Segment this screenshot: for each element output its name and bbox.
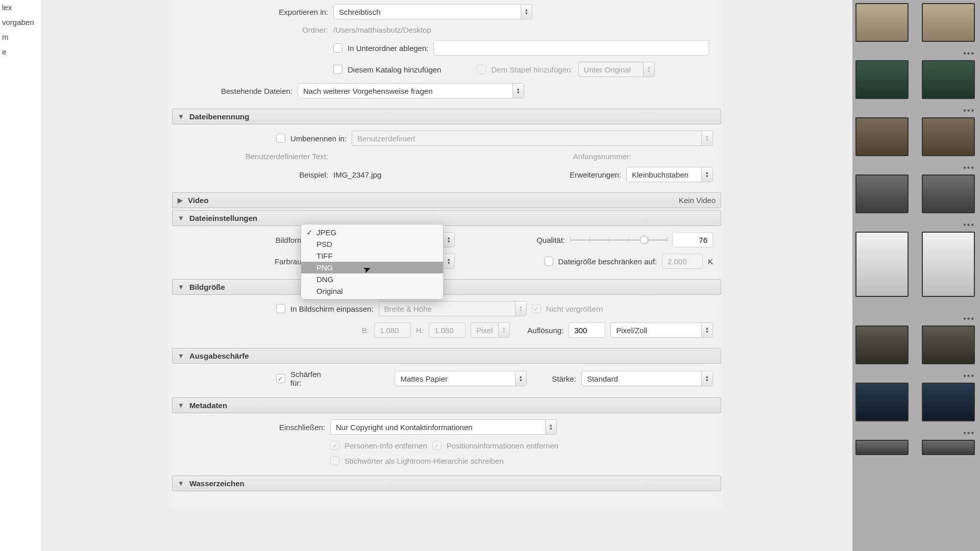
format-option-jpeg[interactable]: JPEG	[301, 227, 443, 238]
sharpen-amount-select[interactable]: Standard▴▾	[581, 371, 713, 386]
thumbnail[interactable]	[855, 383, 909, 421]
section-watermark[interactable]: ▼ Wasserzeichen	[172, 475, 721, 491]
rename-checkbox[interactable]	[276, 134, 285, 143]
existing-files-select[interactable]: Nach weiterer Vorgehensweise fragen▴▾	[298, 83, 524, 98]
add-stack-label: Dem Stapel hinzufügen:	[491, 65, 573, 74]
disclosure-down-icon: ▼	[178, 214, 184, 222]
quality-label: Qualität:	[536, 236, 565, 244]
sharpen-checkbox[interactable]: ✓	[276, 374, 285, 383]
chevron-updown-icon: ▴▾	[512, 84, 524, 98]
add-catalog-checkbox[interactable]	[333, 65, 342, 74]
thumbnail[interactable]	[922, 440, 975, 455]
custom-text-label: Benutzerdefinierter Text:	[180, 152, 328, 161]
more-icon[interactable]: •••	[963, 163, 975, 172]
no-enlarge-label: Nicht vergrößern	[546, 305, 603, 313]
thumbnail[interactable]	[922, 60, 975, 99]
metadata-include-label: Einschließen:	[180, 423, 325, 432]
more-icon[interactable]: •••	[963, 49, 975, 58]
thumbnail[interactable]	[922, 325, 975, 364]
subfolder-checkbox[interactable]	[333, 43, 342, 53]
filmstrip[interactable]: ••• ••• ••• ••• ••• ••• •••	[852, 0, 980, 551]
chevron-updown-icon: ▴▾	[521, 5, 532, 19]
remove-position-checkbox: ✓	[432, 441, 442, 450]
section-video[interactable]: ▶ Video Kein Video	[172, 192, 721, 208]
resize-label: In Bildschirm einpassen:	[290, 305, 374, 313]
chevron-updown-icon: ▴▾	[443, 254, 454, 268]
disclosure-down-icon: ▼	[178, 283, 184, 291]
subfolder-input[interactable]	[433, 40, 709, 56]
metadata-include-select[interactable]: Nur Copyright und Kontaktinformationen▴▾	[330, 419, 557, 435]
chevron-updown-icon: ▴▾	[443, 233, 454, 247]
sidebar-item[interactable]: vorgaben	[0, 15, 41, 30]
section-title: Video	[188, 196, 209, 205]
sharpen-for-select[interactable]: Mattes Papier▴▾	[395, 371, 526, 386]
more-icon[interactable]: •••	[963, 371, 975, 381]
thumbnail[interactable]	[922, 174, 975, 213]
format-option-dng[interactable]: DNG	[301, 273, 443, 285]
section-title: Dateieinstellungen	[189, 214, 257, 222]
more-icon[interactable]: •••	[963, 106, 975, 115]
thumbnail[interactable]	[855, 117, 909, 156]
more-icon[interactable]: •••	[963, 429, 975, 438]
chevron-updown-icon: ▴▾	[515, 371, 526, 386]
section-title: Metadaten	[189, 401, 227, 410]
size-unit-select: Pixel▴▾	[471, 322, 510, 338]
stack-position-select: Unter Original▴▾	[578, 62, 655, 77]
colorspace-label: Farbraum	[180, 257, 308, 266]
format-option-png[interactable]: PNG	[301, 262, 443, 273]
export-to-select[interactable]: Schreibtisch▴▾	[333, 4, 532, 19]
resize-checkbox[interactable]	[276, 304, 285, 313]
section-file-naming[interactable]: ▼ Dateibenennung	[172, 109, 721, 124]
section-metadata[interactable]: ▼ Metadaten	[172, 397, 721, 413]
add-catalog-label: Diesem Katalog hinzufügen	[348, 65, 441, 74]
limit-size-label: Dateigröße beschränken auf:	[558, 257, 657, 266]
thumbnail[interactable]	[855, 440, 909, 455]
chevron-updown-icon: ▴▾	[701, 167, 713, 182]
export-to-label: Exportieren in:	[180, 8, 328, 16]
section-image-sizing[interactable]: ▼ Bildgröße	[172, 279, 721, 295]
quality-input[interactable]	[672, 232, 713, 247]
no-enlarge-checkbox: ✓	[532, 304, 541, 313]
thumbnail[interactable]	[922, 232, 975, 297]
format-option-original[interactable]: Original	[301, 285, 443, 297]
thumbnail[interactable]	[922, 3, 975, 42]
limit-size-checkbox[interactable]	[544, 257, 553, 266]
format-option-tiff[interactable]: TIFF	[301, 250, 443, 262]
thumbnail[interactable]	[855, 3, 909, 42]
resolution-unit-select[interactable]: Pixel/Zoll▴▾	[610, 322, 713, 338]
start-number-label: Anfangsnummer:	[573, 152, 631, 161]
section-title: Wasserzeichen	[189, 479, 244, 488]
resolution-input[interactable]	[569, 322, 605, 338]
section-title: Dateibenennung	[189, 112, 250, 121]
sidebar-item[interactable]: lex	[0, 0, 41, 15]
quality-slider[interactable]	[570, 235, 667, 244]
image-format-label: Bildforma	[180, 236, 308, 244]
more-icon[interactable]: •••	[963, 220, 975, 230]
extensions-select[interactable]: Kleinbuchstaben▴▾	[626, 167, 713, 182]
folder-path: /Users/matthiasbutz/Desktop	[333, 26, 431, 34]
height-label: H:	[416, 326, 424, 335]
chevron-updown-icon: ▴▾	[545, 420, 556, 434]
preset-sidebar[interactable]: lex vorgaben m e	[0, 0, 41, 551]
disclosure-right-icon: ▶	[178, 196, 183, 204]
thumbnail[interactable]	[855, 60, 909, 99]
thumbnail[interactable]	[855, 232, 909, 297]
chevron-updown-icon: ▴▾	[701, 323, 713, 337]
section-output-sharpening[interactable]: ▼ Ausgabeschärfe	[172, 348, 721, 364]
rename-template-select: Benutzerdefiniert▴▾	[352, 131, 713, 146]
format-option-psd[interactable]: PSD	[301, 238, 443, 250]
remove-position-label: Positionsinformationen entfernen	[447, 441, 558, 450]
thumbnail[interactable]	[922, 117, 975, 156]
more-icon[interactable]: •••	[963, 314, 975, 323]
thumbnail[interactable]	[855, 325, 909, 364]
disclosure-down-icon: ▼	[178, 352, 184, 360]
thumbnail[interactable]	[922, 383, 975, 421]
section-title: Ausgabeschärfe	[189, 352, 249, 360]
sidebar-item[interactable]: e	[0, 44, 41, 59]
sharpen-amount-label: Stärke:	[552, 374, 576, 383]
thumbnail[interactable]	[855, 174, 909, 213]
limit-size-unit: K	[708, 257, 713, 266]
section-file-settings[interactable]: ▼ Dateieinstellungen	[172, 210, 721, 226]
sidebar-item[interactable]: m	[0, 30, 41, 44]
image-format-dropdown[interactable]: JPEG PSD TIFF PNG DNG Original	[301, 224, 444, 299]
